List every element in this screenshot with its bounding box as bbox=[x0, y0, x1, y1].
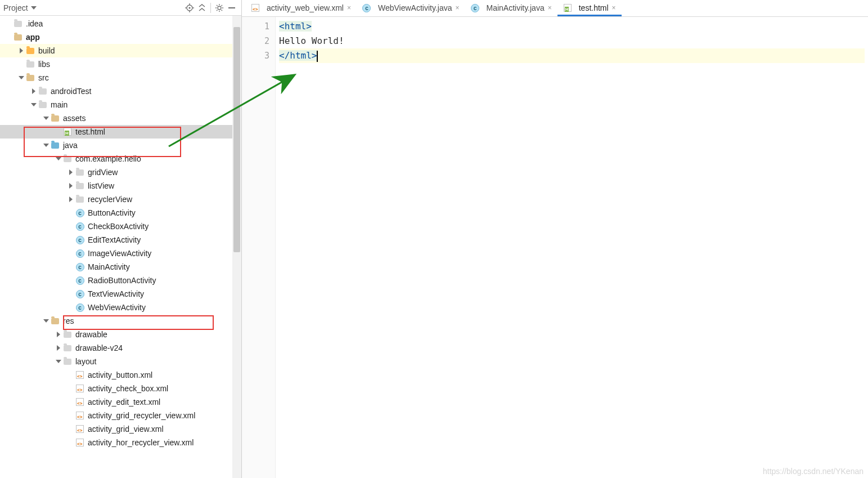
class-icon: c bbox=[75, 303, 84, 312]
chevron-down-icon[interactable] bbox=[30, 101, 37, 108]
class-icon: c bbox=[75, 289, 84, 298]
tree-row[interactable]: drawable bbox=[0, 328, 241, 341]
tree-label: .idea bbox=[26, 19, 43, 28]
code-line: Hello World! bbox=[279, 34, 865, 48]
tree-label: androidTest bbox=[51, 87, 91, 96]
chevron-right-icon[interactable] bbox=[68, 196, 74, 203]
chevron-down-icon[interactable] bbox=[43, 142, 50, 149]
arrow-placeholder[interactable] bbox=[6, 34, 12, 41]
close-icon[interactable]: × bbox=[455, 4, 459, 12]
svg-line-14 bbox=[222, 5, 223, 6]
tree-row[interactable]: res bbox=[0, 314, 241, 328]
svg-line-13 bbox=[217, 10, 218, 11]
tree-row[interactable]: activity_check_box.xml bbox=[0, 382, 241, 395]
editor-tab[interactable]: cWebViewActivity.java× bbox=[357, 1, 465, 16]
class-icon: c bbox=[75, 276, 84, 285]
tree-row[interactable]: cMainActivity bbox=[0, 260, 241, 274]
class-icon: c bbox=[75, 249, 84, 258]
arrow-placeholder[interactable] bbox=[68, 236, 74, 243]
tree-label: build bbox=[38, 46, 55, 55]
arrow-placeholder[interactable] bbox=[68, 439, 74, 446]
tree-row[interactable]: cTextViewActivity bbox=[0, 287, 241, 301]
tree-row[interactable]: src bbox=[0, 71, 241, 84]
tree-row[interactable]: recyclerView bbox=[0, 193, 241, 206]
arrow-placeholder[interactable] bbox=[68, 277, 74, 284]
tree-row[interactable]: test.html bbox=[0, 125, 241, 139]
code-area[interactable]: <html> Hello World! </html> bbox=[276, 17, 868, 478]
arrow-placeholder[interactable] bbox=[55, 128, 62, 135]
arrow-placeholder[interactable] bbox=[68, 412, 74, 419]
chevron-down-icon[interactable] bbox=[43, 115, 50, 122]
tree-row[interactable]: app bbox=[0, 30, 241, 44]
chevron-right-icon[interactable] bbox=[55, 345, 62, 351]
tree-row[interactable]: cRadioButtonActivity bbox=[0, 274, 241, 287]
chevron-down-icon[interactable] bbox=[43, 318, 50, 324]
tree-row[interactable]: activity_hor_recycler_view.xml bbox=[0, 436, 241, 449]
arrow-placeholder[interactable] bbox=[68, 291, 74, 297]
tree-row[interactable]: cButtonActivity bbox=[0, 206, 241, 220]
tree-label: MainActivity bbox=[88, 262, 130, 271]
tree-row[interactable]: .idea bbox=[0, 17, 241, 30]
arrow-placeholder[interactable] bbox=[68, 304, 74, 311]
class-icon: c bbox=[75, 208, 84, 217]
chevron-right-icon[interactable] bbox=[18, 47, 25, 54]
tree-row[interactable]: cWebViewActivity bbox=[0, 301, 241, 314]
svg-point-1 bbox=[188, 7, 190, 8]
editor-tab[interactable]: activity_web_view.xml× bbox=[245, 1, 357, 16]
tree-row[interactable]: gridView bbox=[0, 166, 241, 179]
locate-icon[interactable] bbox=[183, 2, 196, 14]
tree-row[interactable]: layout bbox=[0, 355, 241, 368]
chevron-down-icon[interactable] bbox=[55, 358, 62, 365]
tree-row[interactable]: activity_grid_recycler_view.xml bbox=[0, 409, 241, 422]
tree-row[interactable]: com.example.hello bbox=[0, 152, 241, 166]
editor-tab[interactable]: cMainActivity.java× bbox=[465, 1, 557, 16]
tree-row[interactable]: build bbox=[0, 44, 241, 57]
chevron-right-icon[interactable] bbox=[30, 88, 37, 95]
chevron-right-icon[interactable] bbox=[68, 182, 74, 189]
arrow-placeholder[interactable] bbox=[68, 223, 74, 230]
folder-icon bbox=[26, 60, 35, 69]
tree-row[interactable]: libs bbox=[0, 57, 241, 71]
scrollbar-thumb[interactable] bbox=[233, 27, 240, 252]
chevron-down-icon[interactable] bbox=[18, 74, 25, 81]
project-tree[interactable]: .ideaappbuildlibssrcandroidTestmainasset… bbox=[0, 16, 241, 478]
gear-icon[interactable] bbox=[213, 2, 226, 14]
tree-row[interactable]: activity_button.xml bbox=[0, 368, 241, 382]
close-icon[interactable]: × bbox=[347, 4, 351, 12]
arrow-placeholder[interactable] bbox=[68, 399, 74, 405]
arrow-placeholder[interactable] bbox=[68, 263, 74, 270]
collapse-all-icon[interactable] bbox=[196, 2, 208, 14]
hide-panel-icon[interactable] bbox=[226, 2, 238, 14]
chevron-right-icon[interactable] bbox=[68, 169, 74, 176]
tree-row[interactable]: listView bbox=[0, 179, 241, 193]
arrow-placeholder[interactable] bbox=[68, 385, 74, 392]
tree-row[interactable]: cImageViewActivity bbox=[0, 247, 241, 260]
tree-row[interactable]: cEditTextActivity bbox=[0, 233, 241, 247]
arrow-placeholder[interactable] bbox=[6, 20, 12, 27]
close-icon[interactable]: × bbox=[548, 4, 552, 12]
project-view-selector[interactable]: Project bbox=[3, 3, 38, 12]
arrow-placeholder[interactable] bbox=[68, 209, 74, 216]
tree-row[interactable]: java bbox=[0, 139, 241, 152]
tree-row[interactable]: drawable-v24 bbox=[0, 341, 241, 355]
chevron-down-icon[interactable] bbox=[55, 155, 62, 162]
editor-tab[interactable]: test.html× bbox=[557, 1, 622, 16]
tree-label: activity_grid_view.xml bbox=[88, 425, 164, 434]
tree-row[interactable]: assets bbox=[0, 111, 241, 125]
chevron-right-icon[interactable] bbox=[55, 331, 62, 338]
arrow-placeholder[interactable] bbox=[68, 250, 74, 257]
close-icon[interactable]: × bbox=[612, 4, 616, 12]
tree-row[interactable]: activity_edit_text.xml bbox=[0, 395, 241, 409]
tree-row[interactable]: activity_grid_view.xml bbox=[0, 422, 241, 436]
tree-row[interactable]: cCheckBoxActivity bbox=[0, 220, 241, 233]
line-number: 1 bbox=[242, 19, 275, 34]
arrow-placeholder[interactable] bbox=[18, 61, 25, 68]
arrow-placeholder[interactable] bbox=[68, 426, 74, 432]
text-caret bbox=[317, 51, 318, 62]
project-title: Project bbox=[3, 3, 28, 12]
tab-label: MainActivity.java bbox=[486, 3, 544, 12]
tree-row[interactable]: androidTest bbox=[0, 84, 241, 98]
arrow-placeholder[interactable] bbox=[68, 372, 74, 378]
scrollbar-vertical[interactable] bbox=[232, 16, 241, 478]
tree-row[interactable]: main bbox=[0, 98, 241, 111]
